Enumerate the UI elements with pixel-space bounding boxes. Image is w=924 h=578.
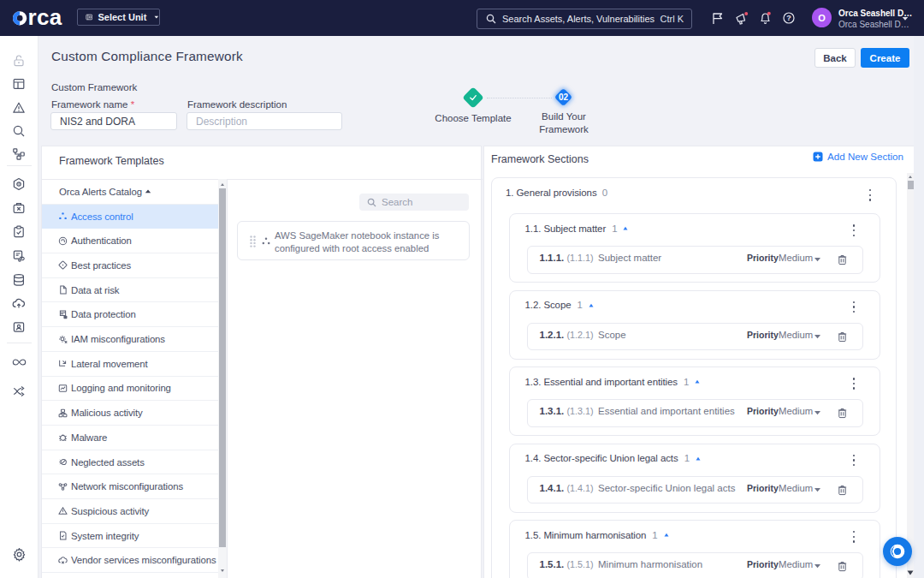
- svg-text:rca: rca: [28, 5, 62, 30]
- svg-text:?: ?: [786, 14, 791, 22]
